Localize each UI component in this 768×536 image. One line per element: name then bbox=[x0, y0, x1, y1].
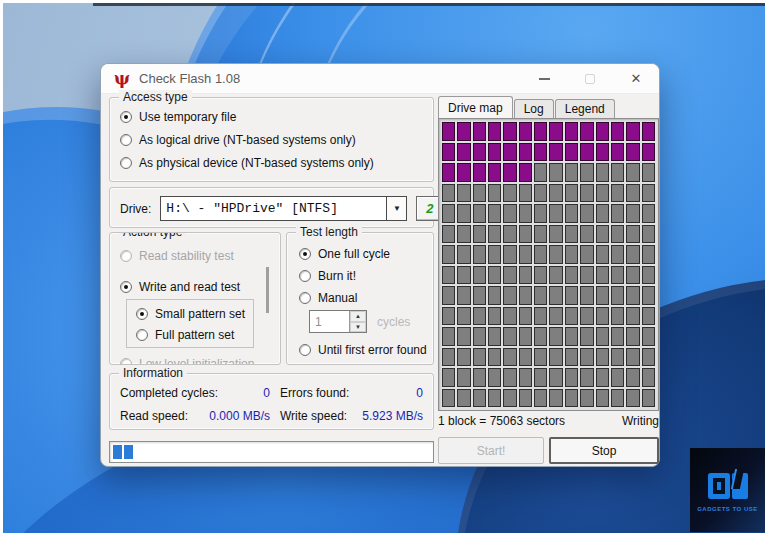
start-button[interactable]: Start! bbox=[438, 437, 544, 464]
map-block-pending bbox=[503, 184, 516, 203]
close-button[interactable]: ✕ bbox=[613, 64, 659, 93]
map-block-pending bbox=[519, 389, 532, 408]
stop-button[interactable]: Stop bbox=[549, 437, 659, 464]
radio-dot bbox=[136, 308, 148, 320]
map-block-written bbox=[473, 122, 486, 141]
drive-map-grid bbox=[442, 122, 655, 407]
map-block-pending bbox=[503, 348, 516, 367]
map-block-pending bbox=[611, 266, 624, 285]
map-block-written bbox=[642, 122, 655, 141]
radio-one-full-cycle[interactable]: One full cycle bbox=[299, 247, 390, 261]
radio-small-pattern-set[interactable]: Small pattern set bbox=[136, 307, 245, 321]
map-block-pending bbox=[534, 327, 547, 346]
map-block-written bbox=[611, 143, 624, 162]
map-block-pending bbox=[580, 286, 593, 305]
map-block-pending bbox=[580, 204, 593, 223]
map-block-pending bbox=[580, 163, 593, 182]
map-block-pending bbox=[642, 163, 655, 182]
map-block-pending bbox=[473, 204, 486, 223]
wallpaper-top-edge bbox=[93, 3, 765, 6]
map-block-pending bbox=[596, 163, 609, 182]
metric-label: Completed cycles: bbox=[120, 386, 218, 400]
spin-up-icon[interactable]: ▲ bbox=[350, 311, 366, 322]
map-block-pending bbox=[519, 266, 532, 285]
map-block-pending bbox=[473, 389, 486, 408]
map-block-pending bbox=[626, 163, 639, 182]
map-block-pending bbox=[626, 184, 639, 203]
map-block-written bbox=[488, 163, 501, 182]
map-block-pending bbox=[534, 163, 547, 182]
map-block-pending bbox=[457, 348, 470, 367]
map-block-pending bbox=[503, 327, 516, 346]
drive-select[interactable]: H:\ - "HPDrive" [NTFS] ▼ bbox=[160, 196, 407, 221]
tab-log[interactable]: Log bbox=[514, 99, 554, 118]
chevron-down-icon[interactable]: ▼ bbox=[386, 197, 406, 220]
radio-as-logical-drive-nt-based-systems-only[interactable]: As logical drive (NT-based systems only) bbox=[120, 133, 427, 147]
maximize-button[interactable] bbox=[567, 64, 613, 93]
radio-manual[interactable]: Manual bbox=[299, 291, 357, 305]
map-block-pending bbox=[473, 327, 486, 346]
map-block-pending bbox=[611, 286, 624, 305]
map-block-pending bbox=[626, 245, 639, 264]
read-speed-metric: Read speed: 0.000 MB/s bbox=[120, 409, 270, 423]
map-block-pending bbox=[488, 348, 501, 367]
radio-read-stability-test[interactable]: Read stability test bbox=[120, 249, 234, 263]
tab-drive-map[interactable]: Drive map bbox=[438, 96, 513, 118]
radio-low-level-initialization[interactable]: Low level initialization bbox=[120, 357, 270, 365]
radio-write-and-read-test[interactable]: Write and read test bbox=[120, 280, 240, 294]
map-block-pending bbox=[565, 163, 578, 182]
radio-use-temporary-file[interactable]: Use temporary file bbox=[120, 110, 427, 124]
map-block-pending bbox=[457, 225, 470, 244]
map-block-pending bbox=[642, 245, 655, 264]
tab-legend[interactable]: Legend bbox=[555, 99, 615, 118]
radio-dot bbox=[299, 344, 311, 356]
map-block-pending bbox=[534, 286, 547, 305]
map-block-pending bbox=[580, 327, 593, 346]
map-block-written bbox=[565, 143, 578, 162]
spin-down-icon[interactable]: ▼ bbox=[350, 322, 366, 333]
cycles-value[interactable]: 1 bbox=[310, 311, 349, 332]
map-block-pending bbox=[442, 245, 455, 264]
map-block-pending bbox=[611, 348, 624, 367]
map-block-pending bbox=[457, 286, 470, 305]
radio-full-pattern-set[interactable]: Full pattern set bbox=[136, 328, 234, 342]
radio-dot bbox=[120, 358, 132, 365]
map-block-written bbox=[626, 143, 639, 162]
cycles-stepper[interactable]: 1 ▲ ▼ bbox=[309, 310, 367, 333]
map-block-pending bbox=[488, 225, 501, 244]
minimize-button[interactable] bbox=[521, 64, 567, 93]
map-block-pending bbox=[580, 389, 593, 408]
map-block-pending bbox=[534, 245, 547, 264]
map-block-pending bbox=[534, 348, 547, 367]
map-block-pending bbox=[565, 266, 578, 285]
map-block-pending bbox=[549, 307, 562, 326]
map-block-pending bbox=[473, 307, 486, 326]
radio-burn-it[interactable]: Burn it! bbox=[299, 269, 356, 283]
information-label: Information bbox=[119, 366, 187, 380]
radio-until-first-error-found[interactable]: Until first error found bbox=[299, 343, 427, 357]
map-block-written bbox=[519, 122, 532, 141]
map-block-pending bbox=[442, 184, 455, 203]
map-block-written bbox=[611, 122, 624, 141]
logo-cube-icon bbox=[708, 469, 748, 501]
map-block-pending bbox=[642, 286, 655, 305]
map-block-pending bbox=[642, 184, 655, 203]
map-block-pending bbox=[503, 204, 516, 223]
action-scrollbar[interactable] bbox=[266, 267, 269, 313]
map-block-pending bbox=[596, 266, 609, 285]
map-block-written bbox=[596, 122, 609, 141]
map-block-pending bbox=[503, 266, 516, 285]
current-operation-text: Writing bbox=[622, 414, 659, 428]
map-block-pending bbox=[596, 389, 609, 408]
metric-value: 0 bbox=[263, 386, 270, 400]
map-block-pending bbox=[596, 286, 609, 305]
map-block-pending bbox=[488, 204, 501, 223]
map-block-pending bbox=[534, 225, 547, 244]
radio-as-physical-device-nt-based-systems-only[interactable]: As physical device (NT-based systems onl… bbox=[120, 156, 427, 170]
map-block-written bbox=[488, 122, 501, 141]
radio-label: As physical device (NT-based systems onl… bbox=[139, 156, 374, 170]
radio-dot bbox=[120, 157, 132, 169]
map-block-pending bbox=[519, 204, 532, 223]
map-block-pending bbox=[626, 348, 639, 367]
access-type-group: Access type Use temporary fileAs logical… bbox=[109, 97, 434, 182]
